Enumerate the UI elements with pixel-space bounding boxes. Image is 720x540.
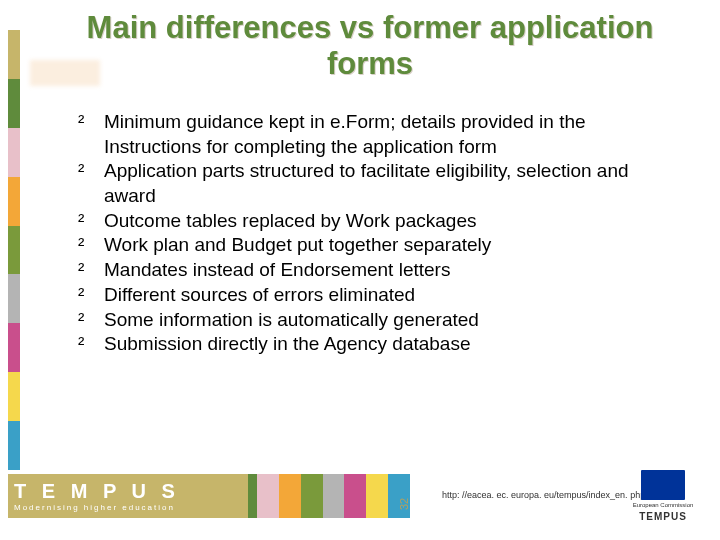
tempus-tagline: Modernising higher education — [14, 503, 248, 512]
svg-point-7 — [653, 487, 655, 489]
footer-url: http: //eacea. ec. europa. eu/tempus/ind… — [442, 490, 645, 500]
bullet-marker: ² — [78, 159, 84, 184]
slide: Main differences vs former application f… — [0, 0, 720, 540]
ec-tempus-label: TEMPUS — [626, 511, 700, 522]
bullet-text: Mandates instead of Endorsement letters — [104, 259, 450, 280]
bullet-marker: ² — [78, 332, 84, 357]
slide-number: 32 — [398, 498, 410, 510]
svg-point-3 — [671, 487, 673, 489]
content-area: ²Minimum guidance kept in e.Form; detail… — [78, 110, 680, 357]
logo-stripes — [235, 474, 410, 518]
bullet-marker: ² — [78, 110, 84, 135]
european-commission-logo: European Commission TEMPUS — [626, 470, 700, 522]
svg-point-8 — [653, 481, 655, 483]
bullet-text: Application parts structured to facilita… — [104, 160, 629, 206]
bullet-item: ²Application parts structured to facilit… — [78, 159, 680, 208]
eu-flag-icon — [641, 470, 685, 500]
svg-point-0 — [662, 474, 664, 476]
svg-point-6 — [656, 492, 658, 494]
tempus-logo: T E M P U S Modernising higher education — [8, 474, 410, 518]
svg-point-5 — [662, 494, 664, 496]
bullet-item: ²Outcome tables replaced by Work package… — [78, 209, 680, 234]
bullet-marker: ² — [78, 308, 84, 333]
left-color-stripe — [8, 30, 20, 470]
tempus-wordmark: T E M P U S — [14, 481, 248, 501]
bullet-marker: ² — [78, 283, 84, 308]
bullet-text: Minimum guidance kept in e.Form; details… — [104, 111, 586, 157]
svg-point-4 — [668, 492, 670, 494]
bullet-item: ²Work plan and Budget put together separ… — [78, 233, 680, 258]
bullet-text: Different sources of errors eliminated — [104, 284, 415, 305]
svg-point-11 — [665, 475, 667, 477]
ec-label: European Commission — [626, 502, 700, 509]
bullet-marker: ² — [78, 258, 84, 283]
bullet-marker: ² — [78, 209, 84, 234]
bullet-marker: ² — [78, 233, 84, 258]
svg-point-9 — [656, 476, 658, 478]
slide-title: Main differences vs former application f… — [60, 10, 680, 81]
tempus-text-wrap: T E M P U S Modernising higher education — [8, 474, 248, 518]
bullet-text: Submission directly in the Agency databa… — [104, 333, 471, 354]
bullet-item: ²Submission directly in the Agency datab… — [78, 332, 680, 357]
svg-point-10 — [659, 475, 661, 477]
bullet-item: ²Different sources of errors eliminated — [78, 283, 680, 308]
tempus-banner: T E M P U S Modernising higher education — [8, 474, 410, 518]
bullet-text: Work plan and Budget put together separa… — [104, 234, 491, 255]
bullet-text: Some information is automatically genera… — [104, 309, 479, 330]
bullet-list: ²Minimum guidance kept in e.Form; detail… — [78, 110, 680, 357]
bullet-item: ²Mandates instead of Endorsement letters — [78, 258, 680, 283]
footer: T E M P U S Modernising higher education… — [0, 466, 720, 540]
bullet-item: ²Some information is automatically gener… — [78, 308, 680, 333]
bullet-text: Outcome tables replaced by Work packages — [104, 210, 476, 231]
svg-point-1 — [668, 476, 670, 478]
svg-point-2 — [671, 481, 673, 483]
bullet-item: ²Minimum guidance kept in e.Form; detail… — [78, 110, 680, 159]
